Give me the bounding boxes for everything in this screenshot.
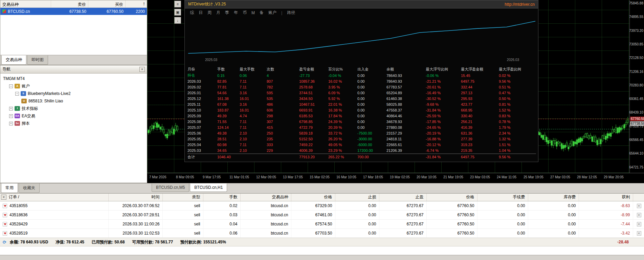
market-watch-panel: 交易品种 卖价 买价 ! BTCUSD.cn 67738.50 67760.50… — [0, 0, 147, 65]
orders-col-6[interactable]: 止损 — [335, 194, 379, 201]
tree-item-experts[interactable]: +EAEA交易 — [0, 112, 147, 120]
stats-menu-item-4[interactable]: 季 — [225, 10, 229, 16]
stat-panel-menu-button[interactable]: ≡ — [174, 1, 181, 7]
stats-menu-item-0[interactable]: 综 — [190, 10, 194, 16]
close-terminal-button[interactable]: × — [1, 195, 6, 200]
tab-common[interactable]: 常用 — [1, 183, 18, 193]
stats-cell: 6693.91 — [299, 108, 328, 112]
stats-menu-item-3[interactable]: 月 — [216, 10, 220, 16]
orders-col-3[interactable]: 手数 — [203, 194, 240, 201]
stats-total-row: 合计1046.4077913.20265.22 %700.00-31.84 %6… — [187, 154, 536, 160]
stats-menu-item-5[interactable]: 年 — [234, 10, 238, 16]
stats-cell: 416.39 — [461, 125, 499, 129]
order-cell: 67270.67 — [379, 228, 426, 238]
stats-title: MTDriver统计 ,V3.25 — [188, 1, 505, 7]
order-row-43528429[interactable]: 435284292026.03.30 11:00:26sell0.04btcus… — [0, 219, 644, 228]
col-spread[interactable]: ! — [126, 0, 147, 7]
stats-cell: 7.11 — [240, 85, 267, 89]
stats-cell: 631.36 — [461, 131, 499, 135]
stats-menu-item-6[interactable]: 币 — [243, 10, 247, 16]
stats-cell: 40864.46 — [386, 114, 426, 118]
stats-cell: 0.02 % — [499, 74, 536, 78]
col-ask[interactable]: 买价 — [88, 0, 126, 7]
stats-menu-item-8[interactable]: 备 — [260, 10, 264, 16]
tree-item-server[interactable]: −SBlueberryMarkets-Live2 — [0, 90, 147, 97]
stats-menu-item-7[interactable]: M — [251, 11, 255, 15]
orders-col-12[interactable] — [633, 194, 644, 201]
col-bid[interactable]: 卖价 — [51, 0, 88, 7]
terminal-panel: × 订单 /时间类型手数交易品种价格止损止盈价格手续费库存费获利 4351805… — [0, 193, 644, 260]
stat-panel-restore-button[interactable]: ▣ — [174, 9, 181, 16]
stats-cell: -16.88 % — [426, 137, 461, 141]
order-cell: 0.00 — [335, 219, 379, 228]
market-watch-tabs: 交易品种 即时图 — [0, 55, 147, 65]
chart-window[interactable]: 67760.50 67738.50 75845.8874895.5573973.… — [147, 0, 644, 183]
stats-row: 2025.07124.147.114154722.7920.39 %0.0027… — [187, 124, 536, 130]
close-order-cell[interactable]: × — [633, 201, 644, 210]
orders-col-9[interactable]: 手续费 — [477, 194, 528, 201]
order-cell: 0.00 — [528, 210, 579, 219]
tree-item-accounts[interactable]: −A账户 — [0, 82, 147, 90]
stats-cell: 4722.79 — [299, 125, 328, 129]
orders-col-4[interactable]: 交易品种 — [240, 194, 291, 201]
close-order-cell[interactable]: × — [633, 210, 644, 219]
price-scale[interactable]: 67760.50 67738.50 75845.8874895.5573973.… — [629, 0, 644, 173]
chart-tab-h1[interactable]: BTCUSD.cn,H1 — [190, 183, 227, 192]
close-order-button[interactable]: × — [637, 222, 641, 226]
stats-cell: 22.01 % — [328, 102, 357, 106]
stats-cell: 7459.22 — [299, 143, 328, 147]
tree-item-root[interactable]: TMGM MT4 — [0, 75, 147, 82]
expand-icon[interactable]: + — [9, 107, 13, 111]
collapse-icon[interactable]: − — [9, 84, 13, 88]
stats-cell: -31.84 % — [426, 108, 461, 112]
order-cell: btcusd.cn — [240, 219, 291, 228]
stats-cell: 0.00 — [357, 79, 386, 83]
orders-col-2[interactable]: 类型 — [162, 194, 203, 201]
stats-url-link[interactable]: http://mtdriver.cn — [505, 2, 535, 7]
collapse-icon[interactable]: − — [15, 92, 19, 96]
stats-menu-item-path[interactable]: 路径 — [287, 10, 295, 16]
stats-cell: 333 — [267, 143, 299, 147]
order-row-43518055[interactable]: 435180552026.03.30 07:06:52sell0.02btcus… — [0, 201, 644, 210]
close-order-button[interactable]: × — [637, 231, 641, 236]
stats-cell: -7500.00 — [357, 131, 386, 135]
stat-panel-collapse-button[interactable]: ↓ — [174, 17, 181, 24]
tree-item-scripts[interactable]: +Sc脚本 — [0, 120, 147, 127]
stats-menu-item-2[interactable]: 周 — [207, 10, 212, 16]
orders-col-5[interactable]: 价格 — [291, 194, 335, 201]
stats-cell: 6798.85 — [299, 120, 328, 124]
chart-tab-m5[interactable]: BTCUSD.cn,M5 — [152, 183, 189, 192]
stats-cell: -6000.00 — [357, 143, 386, 147]
orders-col-0[interactable]: 订单 / — [0, 194, 108, 201]
stats-cell: -25.59 % — [426, 114, 461, 118]
order-row-43528519[interactable]: 435285192026.03.30 11:02:53sell0.06btcus… — [0, 228, 644, 238]
order-cell: 0.06 — [203, 228, 240, 238]
col-symbol[interactable]: 交易品种 — [0, 0, 51, 7]
close-order-cell[interactable]: × — [633, 228, 644, 238]
time-scale[interactable]: 7 Mar 20268 Mar 09:059 Mar 17:0511 Mar 0… — [147, 173, 644, 183]
tab-tick-chart[interactable]: 即时图 — [27, 55, 48, 65]
orders-col-11[interactable]: 获利 — [579, 194, 633, 201]
tree-item-indicators[interactable]: +f技术指标 — [0, 105, 147, 112]
orders-col-1[interactable]: 时间 — [108, 194, 162, 201]
close-order-cell[interactable]: × — [633, 219, 644, 228]
market-watch-row-btcusd[interactable]: BTCUSD.cn 67738.50 67760.50 2200 — [0, 8, 147, 15]
expand-icon[interactable]: + — [9, 122, 13, 125]
orders-col-8[interactable]: 价格 — [426, 194, 477, 201]
stats-menu-item-9[interactable]: 账户 — [268, 10, 276, 16]
orders-col-10[interactable]: 库存费 — [528, 194, 579, 201]
tab-favorites[interactable]: 收藏夹 — [19, 183, 40, 193]
expand-icon[interactable]: + — [9, 114, 13, 118]
orders-col-7[interactable]: 止盈 — [379, 194, 426, 201]
close-order-button[interactable]: × — [637, 204, 641, 208]
tree-item-label: EA交易 — [22, 113, 35, 119]
order-cell: -3.42 — [579, 228, 633, 238]
stats-menu-item-1[interactable]: 日 — [199, 10, 203, 16]
order-cell: 0.04 — [203, 219, 240, 228]
order-row-43518636[interactable]: 435186362026.03.30 07:28:51sell0.03btcus… — [0, 210, 644, 219]
close-order-button[interactable]: × — [637, 213, 641, 217]
stats-cell: 3.95 % — [328, 85, 357, 89]
tab-symbols[interactable]: 交易品种 — [1, 55, 26, 65]
tree-item-account[interactable]: U865813: Shilin Liao — [0, 97, 147, 105]
close-navigator-button[interactable]: × — [139, 67, 145, 72]
